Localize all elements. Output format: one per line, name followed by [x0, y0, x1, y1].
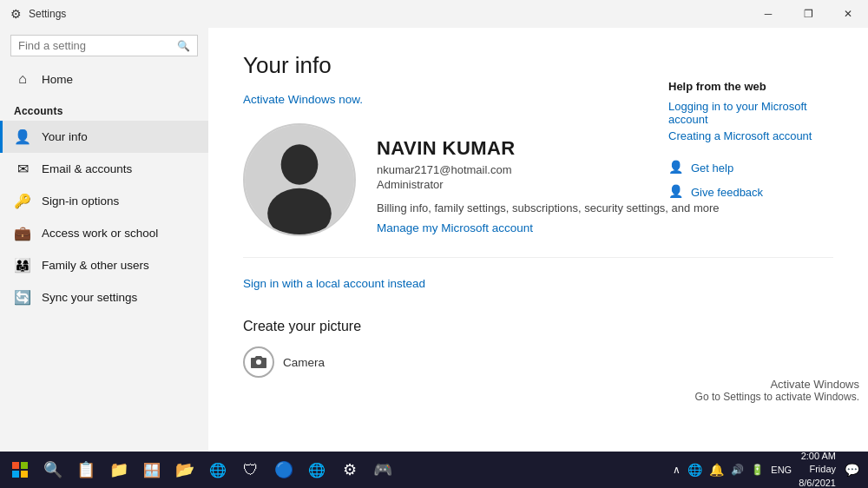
activate-windows-subtitle: Go to Settings to activate Windows.: [695, 391, 859, 403]
email-icon: ✉: [14, 161, 31, 177]
give-feedback-label: Give feedback: [691, 186, 763, 199]
svg-rect-3: [12, 462, 19, 469]
svg-rect-6: [21, 471, 28, 478]
sidebar-item-home-label: Home: [42, 73, 73, 86]
start-button[interactable]: [5, 455, 35, 485]
camera-option[interactable]: Camera: [243, 346, 833, 378]
system-tray: ∧ 🌐 🔔 🔊 🔋 ENG: [671, 461, 793, 478]
notification-center[interactable]: 💬: [841, 463, 863, 477]
activate-watermark: Activate Windows Go to Settings to activ…: [695, 378, 859, 403]
get-help-icon: 👤: [668, 160, 684, 175]
sidebar-item-your-info[interactable]: 👤 Your info: [0, 121, 208, 153]
svg-rect-5: [12, 471, 19, 478]
sidebar-item-family[interactable]: 👨‍👩‍👧 Family & other users: [0, 249, 208, 281]
create-picture-section: Create your picture Camera: [243, 312, 833, 378]
manage-account-link[interactable]: Manage my Microsoft account: [377, 221, 533, 234]
sync-icon: 🔄: [14, 289, 31, 306]
give-feedback-icon: 👤: [668, 184, 684, 200]
tray-chevron[interactable]: ∧: [671, 462, 682, 478]
tray-network[interactable]: 🌐: [686, 461, 704, 478]
taskbar-task-view[interactable]: 📋: [71, 455, 101, 485]
sidebar-item-home[interactable]: ⌂ Home: [0, 63, 208, 95]
taskbar: 🔍 📋 📁 🪟 📂 🌐 🛡 🔵 🌐 ⚙ 🎮 ∧ 🌐 🔔 🔊 🔋 ENG: [0, 452, 868, 488]
taskbar-edge[interactable]: 🌐: [203, 455, 233, 485]
tray-lang[interactable]: ENG: [769, 465, 793, 475]
settings-icon: ⚙: [10, 7, 22, 21]
taskbar-search[interactable]: 🔍: [38, 455, 68, 485]
taskbar-settings[interactable]: ⚙: [335, 455, 365, 485]
svg-point-1: [281, 144, 319, 185]
your-info-icon: 👤: [14, 129, 31, 145]
sidebar-item-access-work[interactable]: 💼 Access work or school: [0, 217, 208, 249]
sidebar-item-sync-label: Sync your settings: [42, 291, 137, 304]
avatar: [243, 123, 356, 236]
taskbar-right: ∧ 🌐 🔔 🔊 🔋 ENG 2:00 AM Friday 8/6/2021 💬: [666, 452, 868, 488]
help-section-title: Help from the web: [668, 80, 842, 93]
tray-battery[interactable]: 🔋: [749, 462, 766, 478]
sidebar-item-sync[interactable]: 🔄 Sync your settings: [0, 281, 208, 313]
taskbar-left: 🔍 📋 📁 🪟 📂 🌐 🛡 🔵 🌐 ⚙ 🎮: [0, 455, 403, 485]
tray-flag[interactable]: 🔔: [707, 461, 726, 478]
taskbar-network[interactable]: 🌐: [302, 455, 332, 485]
sign-in-local-link[interactable]: Sign in with a local account instead: [243, 277, 425, 290]
get-help-label: Get help: [691, 162, 733, 175]
billing-info-text: Billing info, family settings, subscript…: [377, 201, 720, 214]
clock-date: 8/6/2021: [799, 477, 836, 488]
svg-rect-4: [21, 462, 28, 469]
help-panel: Help from the web Logging in to your Mic…: [668, 80, 842, 200]
search-input[interactable]: [18, 39, 172, 52]
tray-volume[interactable]: 🔊: [729, 462, 746, 478]
taskbar-file-explorer[interactable]: 📁: [104, 455, 134, 485]
activate-windows-title: Activate Windows: [695, 378, 859, 391]
sidebar-item-email-accounts[interactable]: ✉ Email & accounts: [0, 153, 208, 185]
sidebar-item-sign-in[interactable]: 🔑 Sign-in options: [0, 185, 208, 217]
taskbar-store[interactable]: 🪟: [137, 455, 167, 485]
help-link-2[interactable]: Creating a Microsoft account: [668, 129, 842, 142]
sign-in-icon: 🔑: [14, 193, 31, 209]
camera-icon: [243, 346, 274, 378]
close-button[interactable]: ✕: [828, 0, 868, 28]
help-actions: 👤 Get help 👤 Give feedback: [668, 160, 842, 200]
sign-in-section: Sign in with a local account instead: [243, 257, 833, 291]
sidebar: 🔍 ⌂ Home Accounts 👤 Your info ✉ Email & …: [0, 28, 208, 452]
access-work-icon: 💼: [14, 225, 31, 241]
family-icon: 👨‍👩‍👧: [14, 257, 31, 274]
taskbar-files[interactable]: 📂: [170, 455, 200, 485]
page-title: Your info: [243, 52, 833, 79]
sidebar-item-access-label: Access work or school: [42, 227, 158, 240]
taskbar-chrome[interactable]: 🔵: [269, 455, 299, 485]
system-clock[interactable]: 2:00 AM Friday 8/6/2021: [795, 452, 839, 488]
search-box[interactable]: 🔍: [10, 35, 198, 56]
get-help-action[interactable]: 👤 Get help: [668, 160, 842, 175]
give-feedback-action[interactable]: 👤 Give feedback: [668, 184, 842, 200]
taskbar-game[interactable]: 🎮: [368, 455, 398, 485]
clock-time: 2:00 AM: [801, 452, 836, 463]
sidebar-item-family-label: Family & other users: [42, 259, 149, 272]
minimize-button[interactable]: ─: [748, 0, 788, 28]
home-icon: ⌂: [14, 71, 31, 87]
sidebar-item-your-info-label: Your info: [42, 130, 88, 143]
restore-button[interactable]: ❐: [788, 0, 828, 28]
main-content: Your info Activate Windows now. NAVIN KU…: [208, 28, 868, 452]
sidebar-item-email-label: Email & accounts: [42, 162, 132, 175]
activate-link[interactable]: Activate Windows now.: [243, 93, 363, 106]
create-picture-heading: Create your picture: [243, 319, 833, 334]
sidebar-section-accounts: Accounts: [0, 98, 208, 121]
sidebar-item-signin-label: Sign-in options: [42, 195, 119, 208]
clock-day: Friday: [809, 463, 836, 476]
help-link-1[interactable]: Logging in to your Microsoft account: [668, 100, 842, 126]
title-bar: ⚙ Settings ─ ❐ ✕: [0, 0, 868, 28]
camera-label: Camera: [283, 356, 325, 369]
taskbar-security[interactable]: 🛡: [236, 455, 266, 485]
search-icon: 🔍: [177, 40, 190, 52]
title-text: Settings: [29, 8, 66, 20]
window-controls: ─ ❐ ✕: [748, 0, 868, 28]
